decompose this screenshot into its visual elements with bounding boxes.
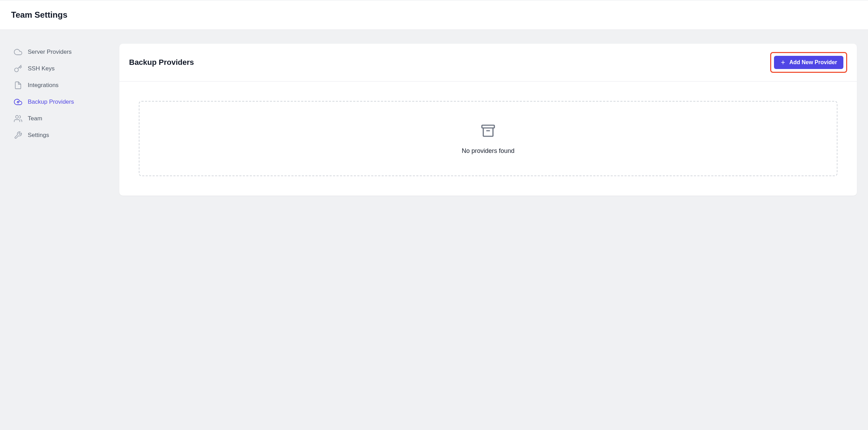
main-container: Server Providers SSH Keys Integrations: [0, 30, 868, 209]
sidebar-item-team[interactable]: Team: [11, 110, 108, 127]
highlight-frame: Add New Provider: [770, 52, 847, 73]
sidebar-item-backup-providers[interactable]: Backup Providers: [11, 94, 108, 110]
sidebar-item-label: Settings: [28, 132, 49, 139]
tools-icon: [14, 131, 22, 139]
add-button-label: Add New Provider: [789, 59, 837, 66]
archive-box-icon: [480, 122, 496, 140]
sidebar-item-settings[interactable]: Settings: [11, 127, 108, 144]
key-icon: [14, 64, 22, 73]
page-title: Team Settings: [11, 10, 857, 20]
sidebar-item-ssh-keys[interactable]: SSH Keys: [11, 60, 108, 77]
sidebar-item-label: Team: [28, 115, 42, 122]
add-new-provider-button[interactable]: Add New Provider: [774, 56, 843, 69]
svg-point-0: [16, 115, 18, 118]
card-header: Backup Providers Add New Provider: [119, 44, 857, 81]
sidebar-item-server-providers[interactable]: Server Providers: [11, 44, 108, 60]
sidebar-item-label: Backup Providers: [28, 98, 74, 105]
sidebar-item-label: SSH Keys: [28, 65, 54, 72]
card-body: No providers found: [119, 81, 857, 196]
svg-rect-3: [482, 125, 494, 128]
empty-state: No providers found: [139, 101, 837, 176]
card-title: Backup Providers: [129, 58, 194, 67]
empty-state-text: No providers found: [462, 147, 514, 155]
cloud-upload-icon: [14, 98, 22, 106]
sidebar: Server Providers SSH Keys Integrations: [11, 44, 108, 144]
content-card: Backup Providers Add New Provider: [119, 44, 857, 196]
page-header: Team Settings: [0, 0, 868, 30]
plus-icon: [780, 60, 786, 65]
sidebar-item-label: Server Providers: [28, 49, 72, 55]
users-icon: [14, 114, 22, 123]
integrations-icon: [14, 81, 22, 89]
sidebar-item-integrations[interactable]: Integrations: [11, 77, 108, 94]
sidebar-item-label: Integrations: [28, 82, 59, 89]
cloud-icon: [14, 48, 22, 56]
